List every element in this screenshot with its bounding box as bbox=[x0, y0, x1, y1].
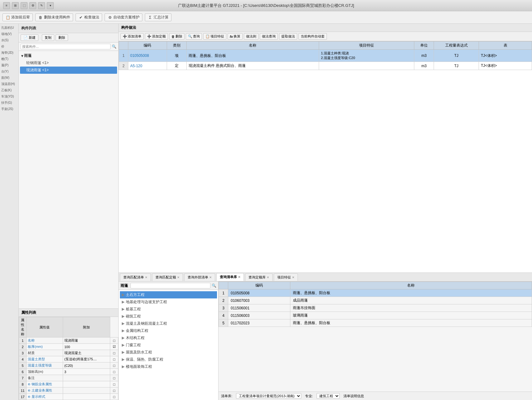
bottom-tree-item[interactable]: ▶土石方工程 bbox=[120, 291, 217, 298]
toolbar-btn-0[interactable]: 📋 添加前后辈 bbox=[2, 13, 33, 21]
bottom-tree-item[interactable]: ▶地基处理与边坡支护工程 bbox=[120, 298, 217, 306]
toolbar-btn-1[interactable]: 🗑 删除未使用构件 bbox=[35, 13, 73, 21]
props-value[interactable]: (C20) bbox=[63, 362, 110, 369]
comp-btn-8[interactable]: 提取做法 bbox=[279, 33, 297, 40]
props-extra[interactable]: □ bbox=[110, 350, 118, 356]
props-extra[interactable]: □ bbox=[110, 375, 118, 381]
sidebar-label-7[interactable]: 台(Y) bbox=[1, 69, 18, 74]
props-value[interactable] bbox=[63, 375, 110, 381]
bottom-tree-item[interactable]: ▶金属结构工程 bbox=[120, 327, 217, 334]
props-value[interactable]: 3 bbox=[63, 369, 110, 375]
props-extra[interactable]: □ bbox=[110, 394, 118, 400]
result-row[interactable]: 2 010607003 成品雨蓬 bbox=[219, 297, 532, 304]
props-extra[interactable]: □ bbox=[110, 338, 118, 344]
tab-close-icon[interactable]: ✕ bbox=[238, 275, 240, 279]
result-row[interactable]: 4 011506003 玻璃雨蓬 bbox=[219, 312, 532, 319]
bottom-tree-item[interactable]: ▶桩基工程 bbox=[120, 306, 217, 313]
props-name[interactable]: ⊕ 显示样式 bbox=[27, 394, 63, 400]
tab-close-icon[interactable]: ✕ bbox=[145, 276, 147, 279]
bottom-search-input[interactable] bbox=[131, 283, 210, 288]
sidebar-label-10[interactable]: 乙板(K) bbox=[1, 88, 18, 93]
sidebar-label-11[interactable]: 车顶(YD) bbox=[1, 94, 18, 99]
props-name[interactable]: 备注 bbox=[27, 375, 63, 381]
comp-btn-6[interactable]: 做法则 bbox=[244, 33, 259, 40]
tb1[interactable]: ⊞ bbox=[12, 2, 19, 9]
delete-btn[interactable]: 删除 bbox=[56, 34, 68, 41]
props-name[interactable]: ⊕ 土建业务属性 bbox=[27, 388, 63, 394]
props-value[interactable]: 现浇雨篷 bbox=[63, 338, 110, 344]
props-name[interactable]: 材质 bbox=[27, 350, 63, 356]
result-row[interactable]: 5 011702023 雨蓬、悬挑板、阳台板 bbox=[219, 319, 532, 327]
bottom-tree-item[interactable]: ▶楼地面装饰工程 bbox=[120, 363, 217, 370]
bottom-tree-item[interactable]: ▶混凝土及钢筋混凝土工程 bbox=[120, 320, 217, 327]
tb3[interactable]: ⚙ bbox=[29, 2, 36, 9]
props-value[interactable] bbox=[63, 381, 110, 388]
tree-child-0[interactable]: 轻钢雨篷 <1> bbox=[20, 59, 117, 67]
props-name[interactable]: 板厚(mm) bbox=[27, 344, 63, 350]
props-name[interactable]: 混凝土强度等级 bbox=[27, 362, 63, 369]
props-extra[interactable]: □ bbox=[110, 362, 118, 369]
bottom-tab[interactable]: 查询外部清单 ✕ bbox=[184, 273, 215, 281]
toolbar-btn-3[interactable]: ⚙ 自动套方案维护 bbox=[105, 13, 142, 21]
props-extra[interactable]: □ bbox=[110, 388, 118, 394]
result-row[interactable]: 1 010505008 雨蓬、悬挑板、阳台板 bbox=[219, 289, 532, 297]
props-value[interactable]: 100 bbox=[63, 344, 110, 350]
bottom-tab[interactable]: 查询匹配清单 ✕ bbox=[120, 273, 151, 281]
comp-btn-1[interactable]: ➕ 添加定额 bbox=[145, 33, 168, 40]
props-value[interactable] bbox=[63, 388, 110, 394]
prof-select[interactable]: 建筑工程 bbox=[317, 393, 340, 399]
tb5[interactable]: ▾ bbox=[47, 2, 54, 9]
comp-btn-3[interactable]: 🔍 查询 bbox=[186, 33, 202, 40]
props-value[interactable] bbox=[63, 394, 110, 400]
tab-close-icon[interactable]: ✕ bbox=[209, 276, 212, 279]
bottom-tab[interactable]: 查询清单库 ✕ bbox=[216, 273, 244, 281]
copy-btn[interactable]: 复制 bbox=[42, 34, 54, 41]
toolbar-btn-2[interactable]: ✔ 检查做法 bbox=[76, 13, 102, 21]
menu-btn[interactable]: ≡ bbox=[3, 2, 10, 9]
sidebar-label-4[interactable]: 海带(JD) bbox=[1, 50, 18, 56]
sidebar-label-2[interactable]: 水(S) bbox=[1, 38, 18, 43]
bottom-tab[interactable]: 查询匹配定额 ✕ bbox=[152, 273, 183, 281]
props-extra[interactable]: □ bbox=[110, 356, 118, 362]
sidebar-label-5[interactable]: 檐(T) bbox=[1, 56, 18, 62]
tree-child-1[interactable]: 现浇雨篷 <1> bbox=[20, 67, 117, 74]
comp-btn-4[interactable]: 📋 项目特征 bbox=[203, 33, 226, 40]
props-name[interactable]: 混凝土类型 bbox=[27, 356, 63, 362]
sidebar-label-13[interactable]: 手架(JS) bbox=[1, 106, 18, 112]
new-btn[interactable]: 📄 新建 bbox=[21, 34, 38, 41]
result-row[interactable]: 3 011506001 雨蓬吊挂饰面 bbox=[219, 304, 532, 312]
table-row[interactable]: 1 010505008 项 雨蓬、悬挑板、阳台板 1.混凝土种类:现浇2.混凝土… bbox=[119, 50, 532, 62]
bottom-tab[interactable]: 查询定额库 ✕ bbox=[245, 273, 273, 281]
sidebar-label-9[interactable]: 顶温层(H) bbox=[1, 81, 18, 87]
tb4[interactable]: ✎ bbox=[38, 2, 45, 9]
sidebar-label-8[interactable]: 面(W) bbox=[1, 75, 18, 81]
toolbar-btn-4[interactable]: Σ 汇总计算 bbox=[145, 13, 171, 21]
bottom-tree-item[interactable]: ▶门窗工程 bbox=[120, 342, 217, 349]
comp-btn-0[interactable]: ➕ 添加清单 bbox=[121, 33, 144, 40]
tab-close-icon[interactable]: ✕ bbox=[292, 276, 294, 279]
sidebar-label-6[interactable]: 蓬(P) bbox=[1, 62, 18, 68]
props-name[interactable]: 名称 bbox=[27, 338, 63, 344]
comp-btn-5[interactable]: fx 换算 bbox=[228, 33, 243, 40]
sidebar-label-0[interactable]: 孔面积(U bbox=[1, 25, 18, 31]
props-extra[interactable]: ☑ bbox=[110, 344, 118, 350]
bottom-tab[interactable]: 项目特征 ✕ bbox=[274, 273, 298, 281]
sidebar-label-12[interactable]: 扶手(G) bbox=[1, 100, 18, 106]
bottom-tree-item[interactable]: ▶屋面及防水工程 bbox=[120, 349, 217, 356]
props-extra[interactable]: □ bbox=[110, 381, 118, 388]
props-value[interactable]: (泵送砼(坍落度175.... bbox=[63, 356, 110, 362]
search-input[interactable] bbox=[21, 44, 111, 49]
sidebar-label-3[interactable]: 价 bbox=[1, 44, 18, 49]
props-name[interactable]: ⊕ 钢筋业务属性 bbox=[27, 381, 63, 388]
table-row[interactable]: 2 A5-120 定 现浇混凝土构件 悬挑式阳台、雨蓬 m3 TJ TJ<体积> bbox=[119, 62, 532, 70]
row-code[interactable]: 010505008 bbox=[128, 50, 167, 62]
row-code[interactable]: A5-120 bbox=[128, 62, 167, 70]
tab-close-icon[interactable]: ✕ bbox=[177, 276, 180, 279]
comp-btn-9[interactable]: 当前构件自动套 bbox=[298, 33, 327, 40]
bottom-tree-item[interactable]: ▶保温、隔热、防腐工程 bbox=[120, 356, 217, 363]
sidebar-label-1[interactable]: 场地(V) bbox=[1, 31, 18, 37]
comp-btn-2[interactable]: 🗑 删除 bbox=[169, 33, 185, 40]
props-value[interactable]: 现浇混凝土 bbox=[63, 350, 110, 356]
bottom-tree-item[interactable]: ▶木结构工程 bbox=[120, 334, 217, 342]
tb2[interactable]: ⬚ bbox=[21, 2, 27, 9]
